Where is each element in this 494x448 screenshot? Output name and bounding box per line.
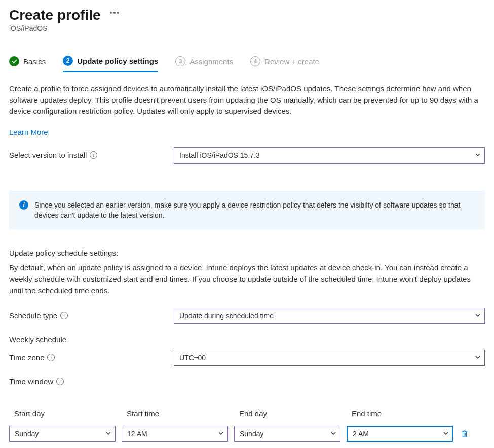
time-window-row: Sunday 12 AM Sunday 2 AM: [9, 426, 470, 442]
start-time-select[interactable]: 12 AM: [122, 426, 228, 442]
step-number-icon: 3: [175, 56, 185, 66]
weekly-schedule-heading: Weekly schedule: [9, 335, 485, 344]
col-end-day: End day: [234, 409, 340, 418]
step-update-policy-settings[interactable]: 2 Update policy settings: [63, 56, 158, 72]
step-assignments[interactable]: 3 Assignments: [175, 56, 233, 71]
info-icon[interactable]: i: [56, 378, 64, 385]
col-start-time: Start time: [122, 409, 228, 418]
timezone-select[interactable]: UTC±00: [174, 350, 485, 366]
start-day-select[interactable]: Sunday: [9, 426, 116, 442]
schedule-type-label: Schedule type i: [9, 311, 174, 320]
schedule-settings-description: By default, when an update policy is ass…: [9, 262, 485, 297]
trash-icon: [461, 430, 469, 438]
timezone-label: Time zone i: [9, 353, 174, 362]
info-icon[interactable]: i: [60, 312, 68, 319]
step-label: Update policy settings: [77, 57, 158, 65]
page-title: Create profile: [9, 7, 101, 23]
step-label: Assignments: [189, 57, 233, 66]
version-select[interactable]: Install iOS/iPadOS 15.7.3: [174, 147, 485, 164]
info-icon[interactable]: i: [90, 151, 97, 159]
infobox-message: Since you selected an earlier version, m…: [34, 200, 475, 221]
checkmark-icon: [9, 56, 19, 66]
label-text: Time window: [9, 377, 53, 386]
end-time-select[interactable]: 2 AM: [347, 426, 453, 442]
schedule-type-select[interactable]: Update during scheduled time: [174, 308, 485, 324]
time-window-label: Time window i: [9, 377, 174, 386]
step-number-icon: 2: [63, 56, 73, 66]
wizard-stepper: Basics 2 Update policy settings 3 Assign…: [9, 56, 485, 72]
col-start-day: Start day: [9, 409, 116, 418]
delete-row-button[interactable]: [459, 426, 470, 442]
step-number-icon: 4: [250, 56, 260, 66]
version-label: Select version to install i: [9, 151, 174, 159]
page-subtitle: iOS/iPadOS: [9, 24, 485, 32]
schedule-settings-heading: Update policy schedule settings:: [9, 249, 485, 257]
label-text: Schedule type: [9, 311, 57, 320]
policy-description: Create a profile to force assigned devic…: [9, 83, 485, 117]
more-actions-icon[interactable]: •••: [110, 9, 121, 17]
info-icon: i: [19, 200, 28, 210]
step-label: Review + create: [264, 57, 319, 66]
learn-more-link[interactable]: Learn More: [9, 128, 48, 136]
step-basics[interactable]: Basics: [9, 56, 46, 71]
info-icon[interactable]: i: [47, 354, 55, 361]
version-warning-infobox: i Since you selected an earlier version,…: [9, 191, 485, 230]
time-window-header: Start day Start time End day End time: [9, 409, 470, 418]
end-day-select[interactable]: Sunday: [234, 426, 340, 442]
step-label: Basics: [23, 57, 46, 66]
label-text: Select version to install: [9, 151, 87, 159]
label-text: Time zone: [9, 353, 44, 362]
step-review-create[interactable]: 4 Review + create: [250, 56, 319, 71]
col-end-time: End time: [347, 409, 453, 418]
